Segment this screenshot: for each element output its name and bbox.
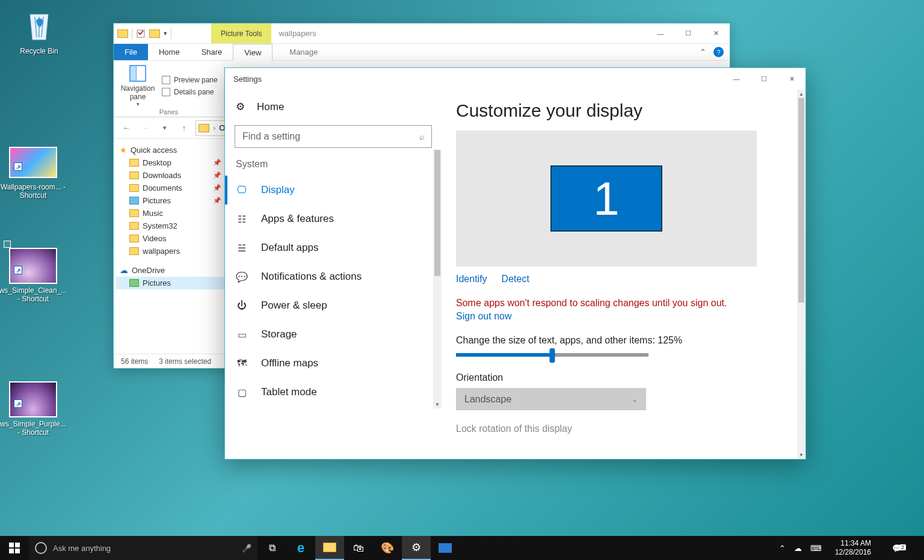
tab-home[interactable]: Home [148, 44, 191, 60]
tree-pictures[interactable]: Pictures📌 [116, 194, 225, 207]
properties-icon[interactable] [136, 29, 146, 38]
sidebar-scrollbar[interactable]: ▲ ▼ [433, 150, 442, 408]
home-label: Home [257, 101, 284, 113]
folder-icon [129, 209, 139, 217]
wallpapers-room-shortcut[interactable]: ↗ Wallpapers-room... - Shortcut [0, 144, 66, 200]
tree-wallpapers[interactable]: wallpapers [116, 245, 225, 257]
detect-link[interactable]: Detect [502, 274, 529, 285]
tree-music[interactable]: Music [116, 207, 225, 220]
store-button[interactable]: 🛍 [344, 536, 373, 560]
clock[interactable]: 11:34 AM 12/28/2016 [830, 539, 876, 557]
paint-button[interactable]: 🎨 [373, 536, 402, 560]
close-button[interactable]: ✕ [702, 25, 730, 43]
minimize-button[interactable]: — [722, 68, 750, 90]
edge-button[interactable]: e [286, 536, 315, 560]
tree-label: Pictures [143, 196, 171, 205]
close-button[interactable]: ✕ [778, 68, 805, 90]
tree-system32[interactable]: System32 [116, 220, 225, 232]
scroll-thumb[interactable] [434, 150, 440, 276]
onedrive-tray-icon[interactable]: ☁ [794, 544, 802, 553]
action-center-button[interactable]: 💬 2 [884, 544, 910, 553]
sidebar-item-apps[interactable]: ☷Apps & features [225, 205, 442, 233]
ribbon-tabs: File Home Share View Manage ⌃ ? [114, 44, 730, 61]
search-placeholder: Find a setting [242, 131, 300, 142]
help-icon[interactable]: ? [713, 47, 724, 57]
sidebar-item-notifications[interactable]: 💬Notifications & actions [225, 262, 442, 291]
keyboard-icon[interactable]: ⌨ [810, 544, 822, 553]
folder-icon[interactable] [149, 29, 160, 38]
sidebar-item-label: Power & sleep [261, 300, 327, 312]
back-button[interactable]: ← [119, 120, 134, 136]
cortana-search[interactable]: Ask me anything 🎤 [29, 536, 257, 560]
explorer-button[interactable] [315, 536, 344, 560]
orientation-select[interactable]: Landscape ⌄ [456, 388, 646, 410]
minimize-button[interactable]: — [647, 25, 674, 43]
collapse-ribbon-icon[interactable]: ⌃ [700, 48, 706, 57]
maximize-button[interactable]: ☐ [750, 68, 778, 90]
scroll-thumb[interactable] [798, 98, 804, 303]
recycle-bin-icon[interactable]: Recycle Bin [6, 8, 72, 55]
tab-file[interactable]: File [114, 44, 148, 60]
mic-icon[interactable]: 🎤 [242, 544, 251, 553]
tree-videos[interactable]: Videos [116, 232, 225, 245]
sidebar-item-label: Display [261, 184, 295, 196]
qat-dropdown-icon[interactable]: ▾ [164, 29, 167, 37]
power-icon: ⏻ [236, 300, 248, 311]
tab-share[interactable]: Share [191, 44, 233, 60]
maps-icon: 🗺 [236, 358, 248, 369]
simple-clean-shortcut[interactable]: ↗ ws_Simple_Clean_... - Shortcut [0, 241, 66, 303]
scroll-down-icon[interactable]: ▼ [433, 400, 442, 408]
sidebar-item-storage[interactable]: ▭Storage [225, 320, 442, 349]
preview-pane-toggle[interactable]: Preview pane [162, 74, 218, 86]
sidebar-item-display[interactable]: 🖵Display [225, 176, 442, 205]
maximize-button[interactable]: ☐ [674, 25, 702, 43]
edge-icon: e [297, 540, 304, 556]
tree-label: Music [143, 209, 163, 218]
scroll-down-icon[interactable]: ▼ [797, 451, 805, 459]
settings-button[interactable]: ⚙ [402, 536, 431, 560]
slider-thumb[interactable] [550, 348, 555, 363]
word-button[interactable] [431, 536, 460, 560]
monitor-1[interactable]: 1 [550, 165, 662, 232]
settings-search[interactable]: Find a setting ⌕ [235, 125, 432, 148]
tree-desktop[interactable]: Desktop📌 [116, 156, 225, 169]
main-scrollbar[interactable]: ▲ ▼ [797, 90, 805, 459]
sidebar-item-power[interactable]: ⏻Power & sleep [225, 291, 442, 320]
forward-button[interactable]: → [138, 120, 153, 136]
scale-slider[interactable] [456, 353, 648, 357]
svg-rect-3 [9, 549, 14, 553]
identify-link[interactable]: Identify [456, 274, 487, 285]
sidebar-item-maps[interactable]: 🗺Offline maps [225, 349, 442, 378]
folder-icon [129, 247, 139, 255]
navigation-tree: ★Quick access Desktop📌 Downloads📌 Docume… [114, 139, 228, 354]
navigation-pane-button[interactable]: Navigation pane ▾ [120, 63, 156, 108]
details-pane-toggle[interactable]: Details pane [162, 86, 218, 98]
start-button[interactable] [0, 536, 29, 560]
nav-pane-icon [129, 65, 146, 82]
desktop: Recycle Bin ↗ Wallpapers-room... - Short… [0, 0, 924, 536]
folder-icon[interactable] [117, 29, 128, 38]
tree-onedrive-pictures[interactable]: Pictures [116, 277, 225, 289]
simple-purple-shortcut[interactable]: ↗ ws_Simple_Purple... - Shortcut [0, 381, 66, 437]
up-button[interactable]: ↑ [176, 120, 192, 136]
sidebar-item-default-apps[interactable]: ☱Default apps [225, 233, 442, 262]
window-controls: — ☐ ✕ [647, 25, 730, 43]
tree-downloads[interactable]: Downloads📌 [116, 169, 225, 182]
recent-dropdown[interactable]: ▾ [157, 120, 173, 136]
tab-view[interactable]: View [233, 44, 273, 61]
settings-titlebar[interactable]: Settings — ☐ ✕ [225, 68, 805, 90]
title-bar[interactable]: ▾ Picture Tools wallpapers — ☐ ✕ [114, 23, 730, 44]
tab-manage[interactable]: Manage [279, 44, 328, 60]
tray-overflow-icon[interactable]: ⌃ [779, 544, 786, 553]
picture-tools-tab[interactable]: Picture Tools [211, 23, 271, 43]
tree-documents[interactable]: Documents📌 [116, 182, 225, 194]
sidebar-item-tablet[interactable]: ▢Tablet mode [225, 378, 442, 407]
sign-out-link[interactable]: Sign out now [456, 311, 512, 322]
scale-label: Change the size of text, apps, and other… [456, 335, 791, 346]
display-preview[interactable]: 1 [456, 131, 757, 266]
scroll-up-icon[interactable]: ▲ [797, 90, 805, 98]
onedrive-node[interactable]: ☁OneDrive [116, 263, 225, 277]
home-button[interactable]: ⚙ Home [225, 98, 442, 115]
quick-access-node[interactable]: ★Quick access [116, 144, 225, 156]
task-view-button[interactable]: ⧉ [257, 536, 286, 560]
